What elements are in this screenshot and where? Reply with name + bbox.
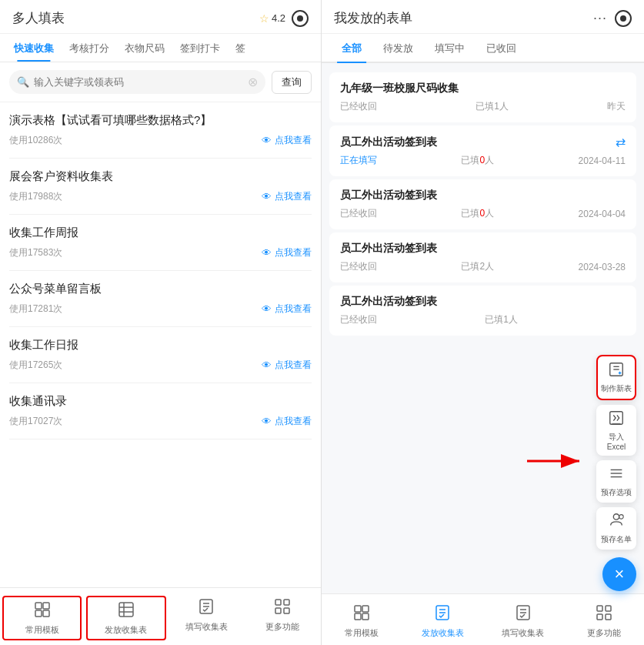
template-view-btn-1[interactable]: 👁 点我查看 — [262, 190, 312, 203]
form-name-3: 员工外出活动签到表 — [340, 242, 437, 256]
record-dot — [297, 15, 303, 22]
close-icon: × — [615, 564, 625, 584]
left-tab-assessment[interactable]: 考核打分 — [62, 34, 117, 62]
svg-rect-41 — [597, 614, 602, 620]
form-date-0: 昨天 — [607, 100, 626, 113]
fill-icon — [197, 597, 215, 619]
form-item-1[interactable]: 员工外出活动签到表 ⇄ 正在填写 已填0人 2024-04-11 — [329, 125, 636, 176]
more-icon — [273, 597, 292, 619]
svg-rect-2 — [35, 610, 42, 617]
fab-preset-list[interactable]: 预存名单 — [596, 507, 636, 550]
template-view-btn-3[interactable]: 👁 点我查看 — [262, 302, 312, 316]
right-nav-templates[interactable]: 常用模板 — [322, 600, 402, 642]
form-item-header-3: 员工外出活动签到表 — [340, 242, 626, 256]
right-tab-all[interactable]: 全部 — [331, 34, 372, 62]
form-item-2[interactable]: 员工外出活动签到表 已经收回 已填0人 2024-04-04 — [329, 179, 636, 229]
svg-rect-40 — [606, 606, 611, 611]
eye-icon-5: 👁 — [262, 416, 272, 427]
search-input[interactable] — [34, 76, 243, 88]
form-name-0: 九年级一班校服尺码收集 — [340, 82, 459, 95]
preset-options-icon — [608, 465, 625, 486]
template-meta-0: 使用10286次 👁 点我查看 — [9, 134, 312, 147]
form-item-header-0: 九年级一班校服尺码收集 — [340, 82, 626, 95]
right-fill-icon — [514, 603, 532, 625]
form-status-3: 已经收回 — [340, 260, 377, 273]
distribute-icon — [117, 600, 135, 622]
fab-menu: 制作新表 导入Excel 预存选项 — [596, 355, 636, 591]
svg-point-28 — [619, 515, 624, 520]
form-meta-2: 已经收回 已填0人 2024-04-04 — [340, 207, 626, 220]
template-item-4: 收集工作日报 使用17265次 👁 点我查看 — [9, 327, 312, 383]
right-tab-pending[interactable]: 待发放 — [372, 34, 424, 62]
left-nav-templates[interactable]: 常用模板 — [2, 596, 82, 640]
left-tab-more[interactable]: 签 — [228, 34, 253, 62]
template-title-5: 收集通讯录 — [9, 394, 312, 409]
left-nav-templates-label: 常用模板 — [25, 624, 59, 636]
right-nav-fill[interactable]: 填写收集表 — [483, 600, 564, 642]
left-nav-distribute-label: 发放收集表 — [105, 624, 147, 636]
template-meta-2: 使用17583次 👁 点我查看 — [9, 246, 312, 259]
svg-rect-14 — [284, 608, 289, 613]
fab-close-button[interactable]: × — [602, 557, 636, 591]
left-nav-more-label: 更多功能 — [265, 621, 299, 633]
form-date-2: 2024-04-04 — [579, 209, 626, 219]
right-tab-collected[interactable]: 已收回 — [475, 34, 527, 62]
form-fills-0: 已填1人 — [475, 100, 509, 113]
template-view-btn-5[interactable]: 👁 点我查看 — [262, 415, 312, 428]
fab-create-new[interactable]: 制作新表 — [596, 355, 636, 400]
form-meta-0: 已经收回 已填1人 昨天 — [340, 100, 626, 113]
templates-icon — [33, 600, 52, 622]
left-nav-distribute[interactable]: 发放收集表 — [86, 596, 165, 640]
search-input-wrap: 🔍 ⊗ — [9, 70, 265, 94]
template-item-1: 展会客户资料收集表 使用17988次 👁 点我查看 — [9, 159, 312, 215]
fab-preset-options[interactable]: 预存选项 — [596, 460, 636, 503]
fill-count-2: 0 — [479, 208, 485, 219]
template-meta-5: 使用17027次 👁 点我查看 — [9, 415, 312, 428]
svg-rect-39 — [597, 606, 602, 611]
svg-rect-4 — [119, 603, 133, 617]
right-header: 我发放的表单 ··· — [322, 0, 644, 34]
eye-icon-2: 👁 — [262, 247, 272, 259]
form-item-header-2: 员工外出活动签到表 — [340, 189, 626, 202]
right-nav-distribute[interactable]: 发放收集表 — [402, 600, 483, 642]
form-meta-1: 正在填写 已填0人 2024-04-11 — [340, 154, 626, 167]
fab-import-excel[interactable]: 导入Excel — [596, 405, 636, 456]
template-title-3: 公众号菜单留言板 — [9, 282, 312, 296]
svg-rect-12 — [284, 600, 289, 605]
record-button[interactable] — [292, 10, 309, 27]
form-item-header-4: 员工外出活动签到表 — [340, 295, 626, 309]
search-button[interactable]: 查询 — [272, 71, 312, 94]
left-nav-more[interactable]: 更多功能 — [245, 594, 321, 642]
form-item-4[interactable]: 员工外出活动签到表 已经收回 已填1人 — [329, 286, 636, 336]
template-usage-2: 使用17583次 — [9, 246, 62, 259]
rating: ☆ 4.2 — [259, 12, 285, 25]
right-header-actions: ··· — [593, 10, 632, 27]
search-clear-icon[interactable]: ⊗ — [248, 75, 258, 89]
more-menu-button[interactable]: ··· — [593, 10, 607, 26]
form-status-4: 已经收回 — [340, 313, 377, 326]
template-item-5: 收集通讯录 使用17027次 👁 点我查看 — [9, 383, 312, 439]
template-view-btn-2[interactable]: 👁 点我查看 — [262, 246, 312, 259]
form-name-2: 员工外出活动签到表 — [340, 189, 437, 202]
template-view-btn-0[interactable]: 👁 点我查看 — [262, 134, 312, 147]
right-record-button[interactable] — [615, 10, 632, 27]
left-tab-checkin[interactable]: 签到打卡 — [172, 34, 228, 62]
template-usage-4: 使用17265次 — [9, 359, 62, 372]
template-title-2: 收集工作周报 — [9, 226, 312, 240]
left-tab-clothing[interactable]: 衣物尺码 — [117, 34, 172, 62]
svg-rect-22 — [610, 412, 623, 425]
left-nav-fill[interactable]: 填写收集表 — [169, 594, 245, 642]
form-item-0[interactable]: 九年级一班校服尺码收集 已经收回 已填1人 昨天 — [329, 72, 636, 122]
left-tab-quick-collect[interactable]: 快速收集 — [6, 34, 62, 62]
form-item-3[interactable]: 员工外出活动签到表 已经收回 已填2人 2024-03-28 — [329, 232, 636, 282]
form-fills-4: 已填1人 — [485, 313, 518, 326]
form-name-1: 员工外出活动签到表 — [340, 135, 437, 149]
template-view-btn-4[interactable]: 👁 点我查看 — [262, 359, 312, 372]
right-nav-more[interactable]: 更多功能 — [563, 600, 644, 642]
right-tab-filling[interactable]: 填写中 — [424, 34, 475, 62]
fill-count-1: 0 — [479, 155, 485, 165]
form-date-1: 2024-04-11 — [579, 155, 626, 166]
template-item-0: 演示表格【试试看可填哪些数据格式?】 使用10286次 👁 点我查看 — [9, 102, 312, 159]
import-excel-icon — [608, 409, 625, 430]
svg-rect-1 — [43, 603, 49, 609]
